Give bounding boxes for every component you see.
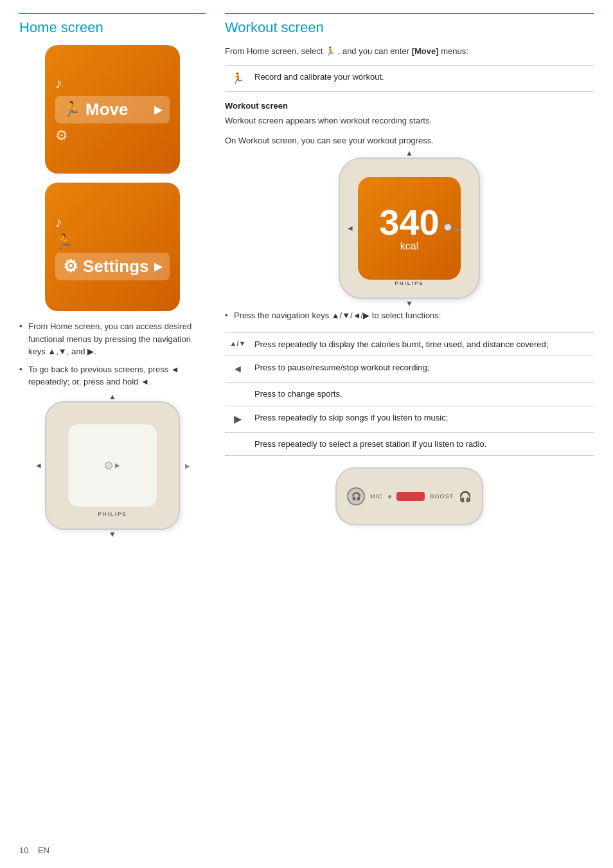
- circle-button-right: ▶: [444, 224, 461, 233]
- home-screen-settings-menu: ♪ 🏃 ⚙ Settings ▶: [45, 183, 180, 311]
- left-column: Home screen ♪ 🏃 Move ▶ ⚙ ♪ 🏃: [19, 13, 206, 543]
- gear-icon: ⚙: [55, 127, 68, 144]
- nav-right-arrow-left: ▶: [185, 462, 190, 469]
- intro-table: 🏃 Record and calibrate your workout.: [225, 65, 594, 92]
- table-icon-preset: [225, 432, 251, 456]
- mic-circle-icon: 🎧: [347, 487, 365, 505]
- table-icon-sport: [225, 383, 251, 406]
- table-icon-skip: ▶: [225, 406, 251, 432]
- home-screen-bullets: From Home screen, you can access desired…: [19, 320, 206, 388]
- small-device-mockup: ◄ ▶ ▶ PHILIPS: [45, 401, 180, 530]
- workout-nav-top: ▲: [405, 149, 413, 158]
- settings-icon-row: ⚙: [55, 127, 68, 144]
- music-icon: ♪: [55, 75, 62, 92]
- page-number: 10 EN: [19, 845, 49, 855]
- philips-label-workout: PHILIPS: [395, 280, 423, 286]
- move-arrow: ▶: [154, 104, 162, 116]
- workout-para1: Workout screen appears when workout reco…: [225, 114, 594, 128]
- table-icon-1: 🏃: [225, 65, 251, 91]
- home-screen-move-menu: ♪ 🏃 Move ▶ ⚙: [45, 45, 180, 174]
- menu-icon-list: ♪: [55, 75, 62, 92]
- table-row-updown: ▲/▼ Press repeatedly to display the calo…: [225, 332, 594, 356]
- settings-arrow: ▶: [154, 260, 162, 273]
- small-device-wrap: ▲ ◄ ▶ ▶ PHILIPS ▼: [35, 401, 190, 530]
- intro-text3: menus:: [441, 46, 468, 56]
- nav-left-arrow-left: ◄: [35, 461, 42, 470]
- page-num-value: 10: [19, 845, 28, 855]
- mic-label-text: MIC: [370, 493, 383, 500]
- table-row-sport: Press to change sports.: [225, 383, 594, 406]
- move-bold: [Move]: [412, 46, 439, 56]
- philips-workout: PHILIPS: [395, 280, 423, 286]
- music-icon-row2: ♪: [55, 214, 62, 231]
- small-screen-inner: ▶: [67, 424, 157, 507]
- nav-right-inner: ▶: [115, 462, 120, 469]
- table-text-1: Record and calibrate your workout.: [251, 65, 594, 91]
- music-icon2: ♪: [55, 214, 62, 231]
- table-text-back: Press to pause/resume/stop workout recor…: [251, 356, 594, 383]
- table-row-preset: Press repeatedly to select a preset stat…: [225, 432, 594, 456]
- headphone-shape: 🎧: [351, 492, 361, 501]
- nav-top-arrow-left: ▲: [109, 392, 116, 401]
- intro-paragraph: From Home screen, select 🏃 , and you can…: [225, 45, 594, 59]
- page-lang-value: EN: [38, 845, 49, 855]
- workout-device-mockup: ◄ 340 kcal ▶ PHILIPS: [339, 158, 480, 299]
- device-circle-btn: [105, 462, 112, 469]
- table-text-preset: Press repeatedly to select a preset stat…: [251, 432, 594, 456]
- boost-bar: [396, 492, 425, 501]
- music-icon-row: ♪: [55, 75, 62, 92]
- settings-gear-icon: ⚙: [63, 257, 78, 276]
- nav-bottom-arrow-left: ▼: [109, 530, 116, 539]
- run-icon-row2: 🏃: [55, 233, 73, 250]
- nav-right-workout: ▶: [456, 226, 461, 233]
- boost-label-text: BOOST: [430, 493, 454, 500]
- workout-subheading: Workout screen: [225, 101, 594, 111]
- run-icon-intro: 🏃: [325, 46, 338, 56]
- settings-menu-item: ⚙ Settings ▶: [55, 253, 170, 280]
- workout-bullet-list: Press the navigation keys ▲/▼/◄/▶ to sel…: [225, 309, 594, 322]
- table-text-skip: Press repeatedly to skip songs if you li…: [251, 406, 594, 432]
- move-menu-item: 🏃 Move ▶: [55, 96, 170, 123]
- workout-nav-left: ◄: [346, 224, 354, 233]
- run-icon: 🏃: [63, 101, 80, 118]
- workout-para2: On Workout screen, you can see your work…: [225, 134, 594, 148]
- settings-label: Settings: [83, 257, 149, 276]
- mic-dot: [388, 495, 391, 498]
- philips-label-left: PHILIPS: [98, 511, 127, 517]
- right-section-title: Workout screen: [225, 13, 594, 36]
- intro-text2: , and you can enter: [338, 46, 409, 56]
- table-icon-back: ◄: [225, 356, 251, 383]
- headphone-right-icon: 🎧: [459, 491, 472, 503]
- workout-unit: kcal: [400, 240, 418, 252]
- mic-device-mockup: 🎧 MIC BOOST 🎧: [335, 467, 483, 525]
- mic-row-inner: 🎧 MIC BOOST 🎧: [347, 487, 472, 505]
- run-icon2: 🏃: [55, 233, 73, 250]
- bullet-item-2: To go back to previous screens, press ◄ …: [19, 363, 206, 388]
- mic-device-wrap: 🎧 MIC BOOST 🎧: [329, 467, 490, 525]
- right-column: Workout screen From Home screen, select …: [225, 13, 594, 543]
- workout-number: 340: [379, 204, 439, 240]
- table-row-skip: ▶ Press repeatedly to skip songs if you …: [225, 406, 594, 432]
- move-label: Move: [85, 100, 128, 120]
- table-row-workout: 🏃 Record and calibrate your workout.: [225, 65, 594, 91]
- workout-bullet-1: Press the navigation keys ▲/▼/◄/▶ to sel…: [225, 309, 594, 322]
- intro-text: From Home screen, select: [225, 46, 323, 56]
- left-section-title: Home screen: [19, 13, 206, 36]
- bullet-item-1: From Home screen, you can access desired…: [19, 320, 206, 358]
- workout-device-wrap: ▲ ◄ 340 kcal ▶ PHILIPS ▼: [332, 158, 486, 299]
- table-text-updown: Press repeatedly to display the calories…: [251, 332, 594, 356]
- workout-nav-bottom: ▼: [405, 299, 413, 308]
- table-text-sport: Press to change sports.: [251, 383, 594, 406]
- table-row-back: ◄ Press to pause/resume/stop workout rec…: [225, 356, 594, 383]
- workout-table: ▲/▼ Press repeatedly to display the calo…: [225, 332, 594, 457]
- table-icon-updown: ▲/▼: [225, 332, 251, 356]
